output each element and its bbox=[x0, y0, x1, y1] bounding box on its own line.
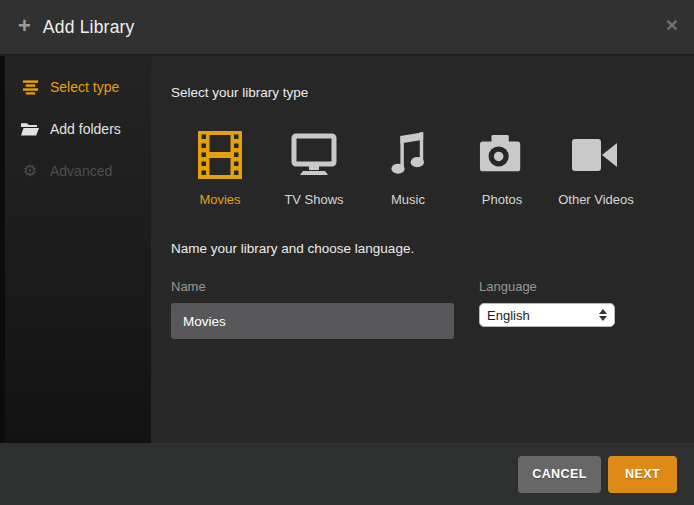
list-icon bbox=[21, 79, 39, 95]
type-label: Other Videos bbox=[558, 192, 634, 207]
sidebar-item-label: Add folders bbox=[50, 121, 121, 137]
type-item-movies[interactable]: Movies bbox=[173, 130, 267, 207]
camera-icon bbox=[479, 130, 525, 180]
name-field-group: Name bbox=[171, 279, 454, 339]
name-label: Name bbox=[171, 279, 454, 294]
type-item-tv-shows[interactable]: TV Shows bbox=[267, 130, 361, 207]
type-label: Movies bbox=[199, 192, 240, 207]
name-language-row: Name Language English bbox=[171, 279, 694, 339]
video-camera-icon bbox=[572, 130, 620, 180]
film-icon bbox=[198, 130, 242, 180]
close-icon[interactable]: × bbox=[666, 14, 678, 35]
type-label: Music bbox=[391, 192, 425, 207]
type-item-other-videos[interactable]: Other Videos bbox=[549, 130, 643, 207]
folder-icon bbox=[21, 122, 39, 136]
dialog-header: + Add Library × bbox=[0, 0, 694, 56]
library-type-grid: Movies TV Shows bbox=[173, 130, 694, 207]
language-select-value: English bbox=[487, 308, 599, 323]
wizard-content: Select your library type bbox=[151, 56, 694, 443]
plus-icon: + bbox=[18, 15, 31, 37]
gear-icon: ⚙ bbox=[21, 163, 39, 179]
type-item-music[interactable]: Music bbox=[361, 130, 455, 207]
dialog-body: Select type Add folders ⚙ Advanced Selec… bbox=[0, 56, 694, 443]
sidebar-item-label: Advanced bbox=[50, 163, 112, 179]
type-section-heading: Select your library type bbox=[171, 85, 694, 100]
select-arrows-icon bbox=[599, 309, 607, 321]
dialog-title: Add Library bbox=[43, 17, 135, 38]
type-item-photos[interactable]: Photos bbox=[455, 130, 549, 207]
sidebar-item-label: Select type bbox=[50, 79, 119, 95]
sidebar-item-advanced[interactable]: ⚙ Advanced bbox=[5, 150, 151, 192]
tv-icon bbox=[290, 130, 338, 180]
language-select[interactable]: English bbox=[479, 303, 615, 327]
language-label: Language bbox=[479, 279, 615, 294]
library-name-input[interactable] bbox=[171, 303, 454, 339]
sidebar-item-add-folders[interactable]: Add folders bbox=[5, 108, 151, 150]
add-library-dialog: + Add Library × Select type bbox=[0, 0, 694, 505]
name-section-heading: Name your library and choose language. bbox=[171, 241, 694, 256]
next-button[interactable]: NEXT bbox=[608, 456, 677, 493]
sidebar-item-select-type[interactable]: Select type bbox=[5, 66, 151, 108]
type-label: TV Shows bbox=[284, 192, 343, 207]
dialog-footer: CANCEL NEXT bbox=[0, 443, 694, 505]
cancel-button[interactable]: CANCEL bbox=[518, 456, 601, 493]
music-note-icon bbox=[389, 130, 427, 180]
language-field-group: Language English bbox=[479, 279, 615, 339]
wizard-sidebar: Select type Add folders ⚙ Advanced bbox=[0, 56, 151, 443]
type-label: Photos bbox=[482, 192, 522, 207]
